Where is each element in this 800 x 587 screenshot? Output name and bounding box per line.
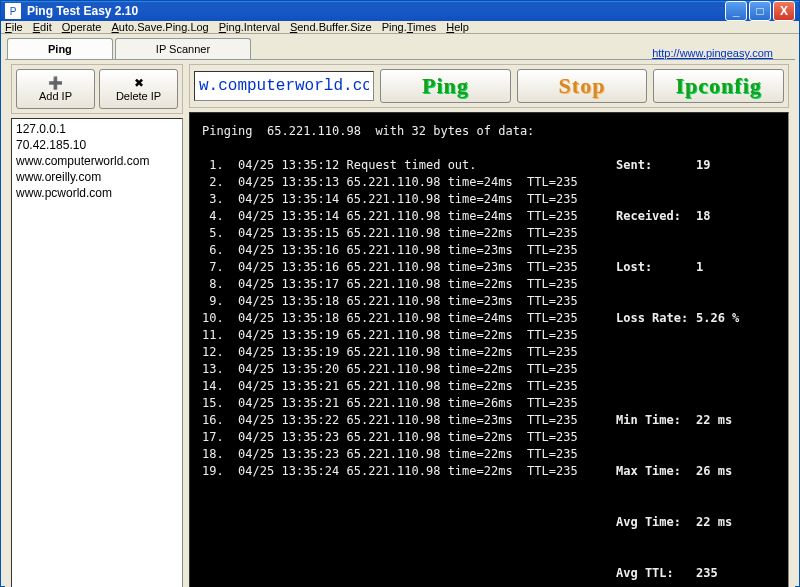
menu-interval[interactable]: Ping.Interval xyxy=(219,21,280,33)
ping-log: Pinging 65.221.110.98 with 32 bytes of d… xyxy=(202,123,616,587)
ip-list-item[interactable]: 127.0.0.1 xyxy=(16,121,178,137)
stop-button[interactable]: Stop xyxy=(517,69,648,103)
stat-mint: 22 ms xyxy=(696,412,732,429)
stat-attl: 235 xyxy=(696,565,718,582)
ip-list[interactable]: 127.0.0.170.42.185.10www.computerworld.c… xyxy=(11,118,183,587)
ip-list-item[interactable]: www.computerworld.com xyxy=(16,153,178,169)
menu-file[interactable]: File xyxy=(5,21,23,33)
content-area: ➕ Add IP ✖ Delete IP 127.0.0.170.42.185.… xyxy=(5,59,795,587)
window-title: Ping Test Easy 2.10 xyxy=(27,4,725,18)
ip-list-item[interactable]: www.oreilly.com xyxy=(16,169,178,185)
ip-buttons-row: ➕ Add IP ✖ Delete IP xyxy=(11,64,183,114)
tab-row: Ping IP Scanner http://www.pingeasy.com xyxy=(1,34,799,59)
action-row: Ping Stop Ipconfig xyxy=(189,64,789,108)
stat-recv-label: Received: xyxy=(616,208,696,225)
menu-autosave[interactable]: Auto.Save.Ping.Log xyxy=(111,21,208,33)
homepage-link[interactable]: http://www.pingeasy.com xyxy=(652,47,773,59)
title-bar: P Ping Test Easy 2.10 _ □ X xyxy=(1,1,799,21)
add-icon: ➕ xyxy=(48,77,63,89)
add-ip-button[interactable]: ➕ Add IP xyxy=(16,69,95,109)
stat-sent-label: Sent: xyxy=(616,157,696,174)
delete-ip-button[interactable]: ✖ Delete IP xyxy=(99,69,178,109)
stat-mint-label: Min Time: xyxy=(616,412,696,429)
ping-button[interactable]: Ping xyxy=(380,69,511,103)
menu-autosave-label: uto.Save.Ping.Log xyxy=(119,21,209,33)
stat-recv: 18 xyxy=(696,208,710,225)
ip-list-item[interactable]: www.pcworld.com xyxy=(16,185,178,201)
link-area: http://www.pingeasy.com xyxy=(253,47,793,59)
stat-rate-label: Loss Rate: xyxy=(616,310,696,327)
menu-times[interactable]: Ping.Times xyxy=(382,21,437,33)
tab-ping[interactable]: Ping xyxy=(7,38,113,59)
stat-rate: 5.26 % xyxy=(696,310,739,327)
maximize-button[interactable]: □ xyxy=(749,1,771,21)
stat-avgt-label: Avg Time: xyxy=(616,514,696,531)
stat-lost: 1 xyxy=(696,259,703,276)
stat-sent: 19 xyxy=(696,157,710,174)
stat-maxt-label: Max Time: xyxy=(616,463,696,480)
host-input[interactable] xyxy=(194,71,374,101)
minimize-button[interactable]: _ xyxy=(725,1,747,21)
menu-operate[interactable]: Operate xyxy=(62,21,102,33)
stat-attl-label: Avg TTL: xyxy=(616,565,696,582)
ipconfig-button[interactable]: Ipconfig xyxy=(653,69,784,103)
stat-avgt: 22 ms xyxy=(696,514,732,531)
menu-help[interactable]: Help xyxy=(446,21,469,33)
app-icon: P xyxy=(5,3,21,19)
menu-edit[interactable]: Edit xyxy=(33,21,52,33)
right-panel: Ping Stop Ipconfig Pinging 65.221.110.98… xyxy=(189,64,789,587)
left-panel: ➕ Add IP ✖ Delete IP 127.0.0.170.42.185.… xyxy=(11,64,183,587)
console-output: Pinging 65.221.110.98 with 32 bytes of d… xyxy=(189,112,789,587)
delete-ip-label: Delete IP xyxy=(116,90,161,102)
stat-maxt: 26 ms xyxy=(696,463,732,480)
delete-icon: ✖ xyxy=(134,77,144,89)
menu-bar: File Edit Operate Auto.Save.Ping.Log Pin… xyxy=(1,21,799,34)
stats-panel: Sent:19 Received:18 Lost:1 Loss Rate:5.2… xyxy=(616,123,776,587)
stat-lost-label: Lost: xyxy=(616,259,696,276)
window-controls: _ □ X xyxy=(725,1,795,21)
menu-buffer[interactable]: Send.Buffer.Size xyxy=(290,21,372,33)
app-window: P Ping Test Easy 2.10 _ □ X File Edit Op… xyxy=(0,0,800,587)
close-button[interactable]: X xyxy=(773,1,795,21)
tab-ip-scanner[interactable]: IP Scanner xyxy=(115,38,251,59)
add-ip-label: Add IP xyxy=(39,90,72,102)
ip-list-item[interactable]: 70.42.185.10 xyxy=(16,137,178,153)
